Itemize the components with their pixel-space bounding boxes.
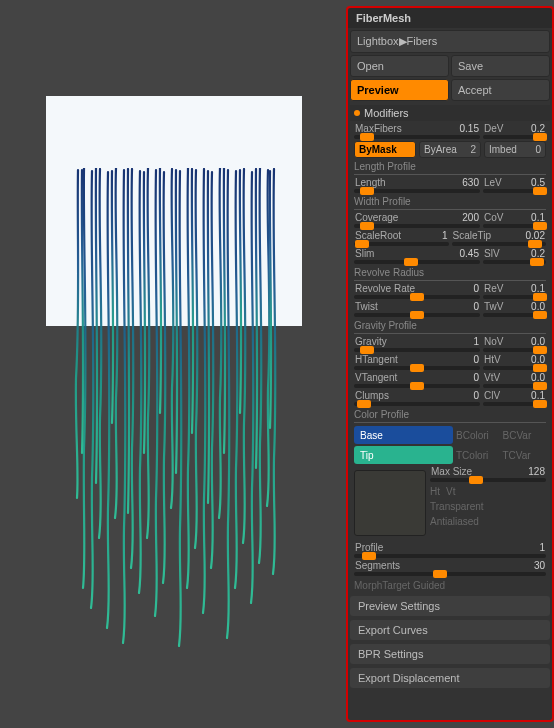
clumps-slider[interactable]: Clumps0 <box>354 390 480 406</box>
scaletip-slider[interactable]: ScaleTip0.02 <box>452 230 547 246</box>
modifiers-header[interactable]: Modifiers <box>350 105 550 121</box>
nov-slider[interactable]: NoV0.0 <box>483 336 546 352</box>
maxsize-slider[interactable]: Max Size128 <box>430 466 546 482</box>
htv-slider[interactable]: HtV0.0 <box>483 354 546 370</box>
ht-button[interactable]: Ht <box>430 486 440 497</box>
imbed-slider[interactable]: Imbed0 <box>484 141 546 158</box>
vtv-slider[interactable]: VtV0.0 <box>483 372 546 388</box>
lev-slider[interactable]: LeV0.5 <box>483 177 546 193</box>
maxfibers-slider[interactable]: MaxFibers0.15 <box>354 123 480 139</box>
revolve-radius-header: Revolve Radius <box>354 267 546 281</box>
lightbox-fibers-button[interactable]: Lightbox▶Fibers <box>350 30 550 53</box>
vtangent-slider[interactable]: VTangent0 <box>354 372 480 388</box>
base-color-swatch[interactable]: Base <box>354 426 453 444</box>
bcolorize-button[interactable]: BColori <box>456 430 500 441</box>
dev-slider[interactable]: DeV0.2 <box>483 123 546 139</box>
cov-slider[interactable]: CoV0.1 <box>483 212 546 228</box>
viewport-canvas <box>46 96 302 326</box>
profile-slider[interactable]: Profile1 <box>354 542 546 558</box>
twv-slider[interactable]: TwV0.0 <box>483 301 546 317</box>
length-profile-header: Length Profile <box>354 161 546 175</box>
preview-button[interactable]: Preview <box>350 79 449 101</box>
scaleroot-slider[interactable]: ScaleRoot1 <box>354 230 449 246</box>
byarea-slider[interactable]: ByArea2 <box>419 141 481 158</box>
tcolorize-button[interactable]: TColori <box>456 450 500 461</box>
bcvar-button[interactable]: BCVar <box>503 430 547 441</box>
bymask-button[interactable]: ByMask <box>354 141 416 158</box>
gravity-slider[interactable]: Gravity1 <box>354 336 480 352</box>
accept-button[interactable]: Accept <box>451 79 550 101</box>
open-button[interactable]: Open <box>350 55 449 77</box>
width-profile-header: Width Profile <box>354 196 546 210</box>
tcvar-button[interactable]: TCVar <box>503 450 547 461</box>
export-curves-section[interactable]: Export Curves <box>350 620 550 640</box>
texture-preview[interactable] <box>354 470 426 536</box>
expand-dot-icon <box>354 110 360 116</box>
save-button[interactable]: Save <box>451 55 550 77</box>
fibermesh-panel: FiberMesh Lightbox▶Fibers Open Save Prev… <box>346 6 554 722</box>
panel-title: FiberMesh <box>348 8 552 28</box>
tip-color-swatch[interactable]: Tip <box>354 446 453 464</box>
antialiased-button[interactable]: Antialiased <box>430 516 546 527</box>
modifiers-label: Modifiers <box>364 107 409 119</box>
coverage-slider[interactable]: Coverage200 <box>354 212 480 228</box>
morphtarget-button[interactable]: MorphTarget Guided <box>350 577 550 594</box>
htangent-slider[interactable]: HTangent0 <box>354 354 480 370</box>
slv-slider[interactable]: SlV0.2 <box>483 248 546 264</box>
color-profile-header: Color Profile <box>354 409 546 423</box>
transparent-button[interactable]: Transparent <box>430 501 546 512</box>
rev-slider[interactable]: ReV0.1 <box>483 283 546 299</box>
length-slider[interactable]: Length630 <box>354 177 480 193</box>
revolverate-slider[interactable]: Revolve Rate0 <box>354 283 480 299</box>
vt-button[interactable]: Vt <box>446 486 455 497</box>
twist-slider[interactable]: Twist0 <box>354 301 480 317</box>
segments-slider[interactable]: Segments30 <box>354 560 546 576</box>
clv-slider[interactable]: ClV0.1 <box>483 390 546 406</box>
slim-slider[interactable]: Slim0.45 <box>354 248 480 264</box>
export-displacement-section[interactable]: Export Displacement <box>350 668 550 688</box>
bpr-settings-section[interactable]: BPR Settings <box>350 644 550 664</box>
gravity-profile-header: Gravity Profile <box>354 320 546 334</box>
preview-settings-section[interactable]: Preview Settings <box>350 596 550 616</box>
